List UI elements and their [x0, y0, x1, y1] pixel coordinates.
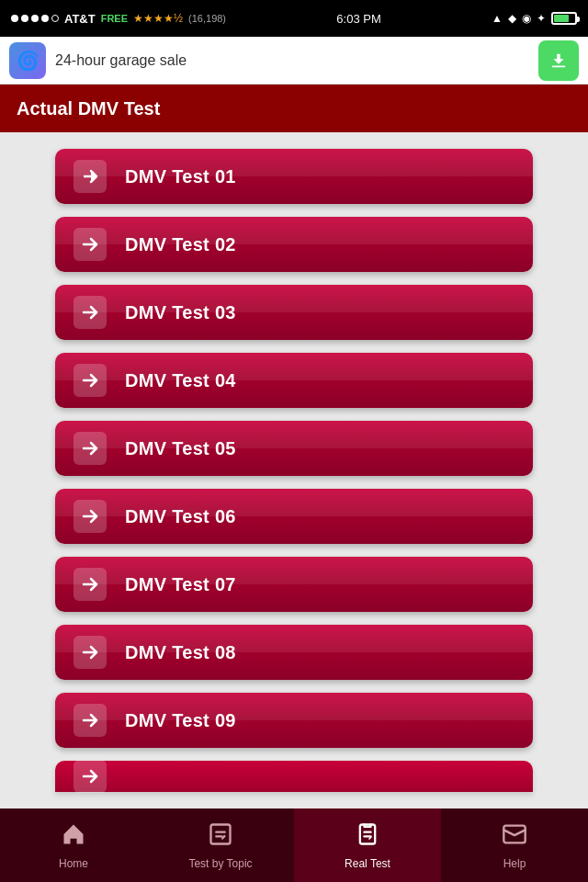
test-label-08: DMV Test 08 — [125, 642, 236, 663]
test-button-05[interactable]: DMV Test 05 — [55, 421, 533, 476]
arrow-icon-04 — [74, 364, 107, 397]
test-label-09: DMV Test 09 — [125, 710, 236, 731]
arrow-icon-06 — [74, 500, 107, 533]
arrow-icon-02 — [74, 228, 107, 261]
edit-icon — [208, 821, 233, 854]
status-bar: AT&T FREE ★★★★½ (16,198) 6:03 PM ▲ ◆ ◉ ✦ — [0, 0, 588, 37]
svg-rect-10 — [211, 824, 231, 843]
nav-item-real-test[interactable]: Real Test — [294, 808, 441, 882]
arrow-icon-08 — [74, 636, 107, 669]
clock-icon: ◉ — [522, 12, 531, 25]
test-label-05: DMV Test 05 — [125, 438, 236, 459]
test-list: DMV Test 01 DMV Test 02 DMV Test 03 DMV … — [0, 132, 588, 808]
svg-rect-0 — [552, 65, 566, 67]
test-button-01[interactable]: DMV Test 01 — [55, 149, 533, 204]
arrow-icon-03 — [74, 296, 107, 329]
nav-item-test-by-topic[interactable]: Test by Topic — [147, 808, 294, 882]
test-button-04[interactable]: DMV Test 04 — [55, 353, 533, 408]
ad-banner[interactable]: 🌀 24-hour garage sale — [0, 37, 588, 85]
ad-app-icon: 🌀 — [9, 42, 46, 79]
review-count: (16,198) — [188, 13, 226, 24]
carrier-label: AT&T — [64, 12, 96, 26]
test-button-09[interactable]: DMV Test 09 — [55, 693, 533, 748]
nav-item-home[interactable]: Home — [0, 808, 147, 882]
free-badge: FREE — [101, 13, 128, 24]
arrow-icon-05 — [74, 432, 107, 465]
nav-label-test-by-topic: Test by Topic — [188, 857, 252, 870]
time-display: 6:03 PM — [336, 12, 380, 26]
arrow-icon-01 — [74, 160, 107, 193]
test-label-07: DMV Test 07 — [125, 574, 236, 595]
nav-label-real-test: Real Test — [345, 857, 390, 870]
test-button-10-partial[interactable] — [55, 761, 533, 792]
test-button-08[interactable]: DMV Test 08 — [55, 625, 533, 680]
test-button-06[interactable]: DMV Test 06 — [55, 489, 533, 544]
clipboard-icon — [355, 821, 380, 854]
bottom-navigation: Home Test by Topic Real Test — [0, 808, 588, 882]
arrow-icon-09 — [74, 704, 107, 737]
location-icon: ◆ — [508, 12, 516, 25]
test-label-03: DMV Test 03 — [125, 302, 236, 323]
rating-stars: ★★★★½ — [133, 12, 183, 25]
help-icon — [502, 821, 527, 854]
ad-download-button[interactable] — [538, 40, 579, 81]
ad-text: 24-hour garage sale — [55, 52, 529, 69]
test-button-02[interactable]: DMV Test 02 — [55, 217, 533, 272]
section-header: Actual DMV Test — [0, 85, 588, 132]
nav-item-help[interactable]: Help — [441, 808, 588, 882]
nav-label-help: Help — [503, 857, 526, 870]
test-label-06: DMV Test 06 — [125, 506, 236, 527]
arrow-icon-10 — [74, 760, 107, 793]
nav-label-home: Home — [59, 857, 88, 870]
bluetooth-icon: ✦ — [537, 12, 546, 25]
home-icon — [61, 821, 86, 854]
test-label-02: DMV Test 02 — [125, 234, 236, 255]
test-button-07[interactable]: DMV Test 07 — [55, 557, 533, 612]
battery-indicator — [551, 12, 577, 25]
signal-icon: ▲ — [492, 12, 503, 25]
test-label-01: DMV Test 01 — [125, 166, 236, 187]
arrow-icon-07 — [74, 568, 107, 601]
test-button-03[interactable]: DMV Test 03 — [55, 285, 533, 340]
section-title: Actual DMV Test — [17, 98, 160, 119]
test-label-04: DMV Test 04 — [125, 370, 236, 391]
